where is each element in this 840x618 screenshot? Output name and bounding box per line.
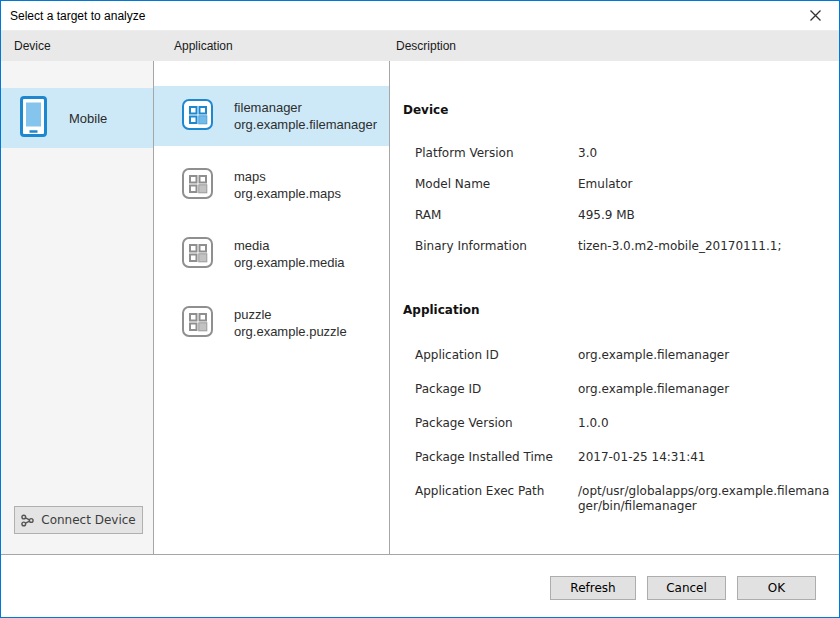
field-label: Platform Version — [415, 146, 578, 161]
column-header-application: Application — [174, 39, 233, 53]
field-label: RAM — [415, 208, 578, 223]
field-value: org.example.filemanager — [578, 348, 830, 363]
cancel-button[interactable]: Cancel — [647, 576, 726, 600]
app-name: maps — [234, 168, 341, 185]
description-row-package-id: Package ID org.example.filemanager — [403, 382, 839, 397]
app-item-media[interactable]: media org.example.media — [154, 224, 389, 284]
ok-button[interactable]: OK — [737, 576, 816, 600]
footer: Refresh Cancel OK — [1, 556, 839, 617]
field-value: 495.9 MB — [578, 208, 830, 223]
app-grid-icon — [182, 99, 213, 134]
description-row-platform-version: Platform Version 3.0 — [403, 146, 839, 161]
app-item-maps[interactable]: maps org.example.maps — [154, 155, 389, 215]
app-item-puzzle[interactable]: puzzle org.example.puzzle — [154, 293, 389, 353]
description-row-package-installed-time: Package Installed Time 2017-01-25 14:31:… — [403, 450, 839, 465]
description-row-package-version: Package Version 1.0.0 — [403, 416, 839, 431]
select-target-dialog: Select a target to analyze Device Applic… — [0, 0, 840, 618]
smartphone-icon — [20, 96, 47, 141]
app-item-filemanager[interactable]: filemanager org.example.filemanager — [154, 86, 389, 146]
field-value: Emulator — [578, 177, 830, 192]
description-row-application-id: Application ID org.example.filemanager — [403, 348, 839, 363]
field-value: 3.0 — [578, 146, 830, 161]
field-value: /opt/usr/globalapps/org.example.filemana… — [578, 484, 830, 514]
app-name: puzzle — [234, 306, 347, 323]
app-package-id: org.example.filemanager — [234, 116, 377, 133]
app-grid-icon — [182, 237, 213, 272]
application-section-rows: Application ID org.example.filemanager P… — [403, 348, 839, 514]
description-panel: Device Platform Version 3.0 Model Name E… — [390, 61, 839, 554]
column-header-row: Device Application Description — [1, 30, 839, 61]
dialog-title: Select a target to analyze — [10, 9, 145, 23]
description-row-ram: RAM 495.9 MB — [403, 208, 839, 223]
description-row-model-name: Model Name Emulator — [403, 177, 839, 192]
field-value: org.example.filemanager — [578, 382, 830, 397]
app-grid-icon — [182, 168, 213, 203]
field-label: Package ID — [415, 382, 578, 397]
content-area: Mobile Connect Device — [1, 61, 839, 555]
field-label: Package Version — [415, 416, 578, 431]
device-section-heading: Device — [403, 103, 839, 118]
app-package-id: org.example.media — [234, 254, 345, 271]
description-row-binary-information: Binary Information tizen-3.0.m2-mobile_2… — [403, 239, 839, 254]
field-value: 1.0.0 — [578, 416, 830, 431]
share-icon — [21, 514, 34, 527]
refresh-button[interactable]: Refresh — [550, 576, 636, 600]
column-header-device: Device — [14, 39, 51, 53]
application-section-heading: Application — [403, 303, 839, 318]
description-row-application-exec-path: Application Exec Path /opt/usr/globalapp… — [403, 484, 839, 514]
field-value: 2017-01-25 14:31:41 — [578, 450, 830, 465]
close-icon[interactable] — [799, 1, 831, 30]
application-list-panel: filemanager org.example.filemanager maps — [154, 61, 390, 554]
device-item-mobile[interactable]: Mobile — [1, 88, 153, 148]
app-package-id: org.example.maps — [234, 185, 341, 202]
app-grid-icon — [182, 306, 213, 341]
app-name: media — [234, 237, 345, 254]
field-label: Model Name — [415, 177, 578, 192]
app-name: filemanager — [234, 99, 377, 116]
field-label: Application Exec Path — [415, 484, 578, 514]
device-section-rows: Platform Version 3.0 Model Name Emulator… — [403, 146, 839, 254]
device-list-panel: Mobile Connect Device — [1, 61, 154, 554]
field-label: Package Installed Time — [415, 450, 578, 465]
connect-device-label: Connect Device — [41, 513, 135, 527]
field-label: Application ID — [415, 348, 578, 363]
field-value: tizen-3.0.m2-mobile_20170111.1; — [578, 239, 830, 254]
column-header-description: Description — [396, 39, 456, 53]
field-label: Binary Information — [415, 239, 578, 254]
connect-device-button[interactable]: Connect Device — [14, 506, 143, 534]
title-bar: Select a target to analyze — [1, 1, 839, 30]
device-name: Mobile — [69, 111, 107, 126]
app-package-id: org.example.puzzle — [234, 323, 347, 340]
